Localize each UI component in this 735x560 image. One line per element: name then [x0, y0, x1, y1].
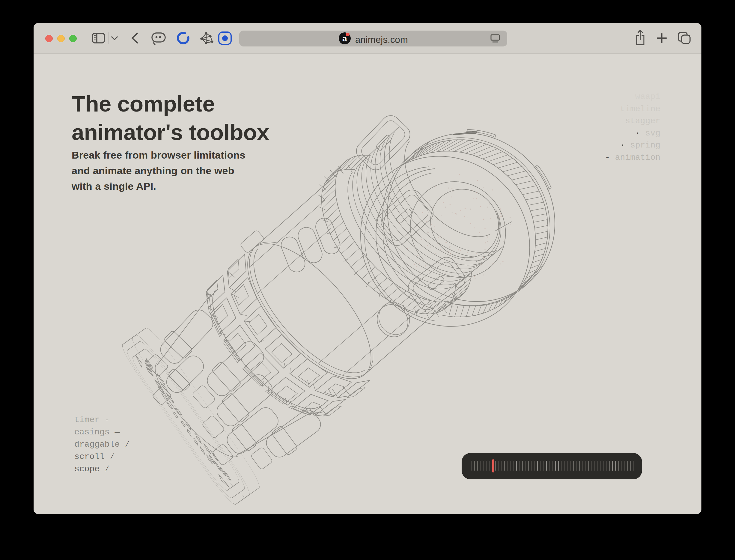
- svg-text:a: a: [342, 34, 347, 43]
